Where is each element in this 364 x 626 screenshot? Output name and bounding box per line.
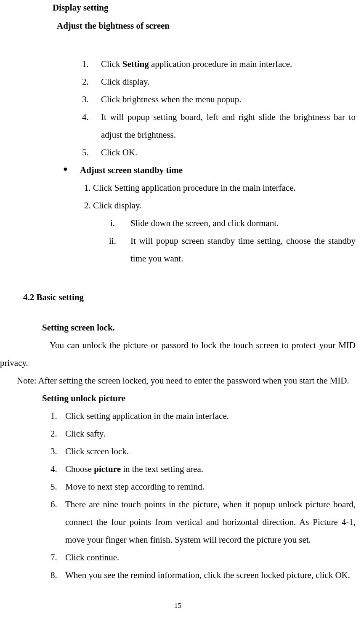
unlock-step-1: 1. Click setting application in the main… — [34, 407, 356, 425]
roman-step-ii: ii. It will popup screen standby time se… — [95, 232, 356, 267]
heading-display-setting: Display setting — [53, 0, 356, 16]
roman-number: i. — [95, 214, 130, 232]
text-post: application procedure in main interface. — [149, 59, 292, 69]
unlock-step-6: 6. There are nine touch points in the pi… — [34, 495, 356, 549]
step-text: Click OK. — [101, 144, 356, 161]
step-text: Click setting application in the main in… — [65, 407, 356, 425]
sub-step-2: 2. Click display. — [84, 197, 356, 214]
text-bold: picture — [94, 464, 121, 474]
paragraph-note: Note: After setting the screen locked, y… — [0, 372, 356, 389]
step-number: 3. — [65, 91, 101, 108]
bullet-text: Adjust screen standby time — [80, 161, 183, 179]
step-number: 1. — [34, 407, 65, 425]
step-number: 8. — [34, 566, 65, 584]
step-number: 2. — [34, 425, 65, 442]
step-number: 4. — [65, 108, 101, 144]
step-4: 4. It will popup setting board, left and… — [65, 108, 356, 144]
page-content: Display setting Adjust the bightness of … — [0, 0, 364, 626]
unlock-step-2: 2. Click safty. — [34, 425, 356, 442]
step-text: Click screen lock. — [65, 442, 356, 460]
step-number: 4. — [34, 460, 65, 478]
step-3: 3. Click brightness when the menu popup. — [65, 91, 356, 108]
unlock-steps-list: 1. Click setting application in the main… — [34, 407, 356, 584]
heading-unlock-picture: Setting unlock picture — [42, 389, 356, 407]
heading-adjust-brightness: Adjust the bightness of screen — [57, 18, 356, 34]
roman-step-i: i. Slide down the screen, and click dorm… — [95, 214, 356, 232]
page-number: 15 — [0, 599, 356, 613]
text-bold: Setting — [122, 59, 149, 69]
step-text: Click continue. — [65, 549, 356, 566]
roman-text: Slide down the screen, and click dormant… — [130, 214, 356, 232]
step-number: 6. — [34, 495, 65, 549]
heading-screen-lock: Setting screen lock. — [42, 319, 356, 336]
text-pre: Click — [101, 59, 122, 69]
step-number: 7. — [34, 549, 65, 566]
step-text: Choose picture in the text setting area. — [65, 460, 356, 478]
unlock-step-4: 4. Choose picture in the text setting ar… — [34, 460, 356, 478]
step-text: When you see the remind information, cli… — [65, 566, 356, 584]
step-text: Click safty. — [65, 425, 356, 442]
step-text: Click display. — [101, 73, 356, 91]
step-5: 5. Click OK. — [65, 144, 356, 161]
unlock-step-8: 8. When you see the remind information, … — [34, 566, 356, 584]
step-text: Click brightness when the menu popup. — [101, 91, 356, 108]
step-number: 5. — [65, 144, 101, 161]
step-1: 1. Click Setting application procedure i… — [65, 55, 356, 73]
paragraph-privacy: You can unlock the picture or passord to… — [0, 336, 356, 372]
text-post: in the text setting area. — [121, 464, 203, 474]
step-number: 1. — [65, 55, 101, 73]
sub-step-1: 1. Click Setting application procedure i… — [84, 179, 356, 197]
step-number: 2. — [65, 73, 101, 91]
unlock-step-5: 5. Move to next step according to remind… — [34, 478, 356, 495]
step-text: Move to next step according to remind. — [65, 478, 356, 495]
brightness-steps-list: 1. Click Setting application procedure i… — [65, 55, 356, 161]
step-text: There are nine touch points in the pictu… — [65, 495, 356, 549]
step-number: 3. — [34, 442, 65, 460]
roman-number: ii. — [95, 232, 130, 267]
text-pre: Choose — [65, 464, 94, 474]
heading-basic-setting: 4.2 Basic setting — [23, 288, 356, 306]
step-2: 2. Click display. — [65, 73, 356, 91]
unlock-step-7: 7. Click continue. — [34, 549, 356, 566]
roman-steps-list: i. Slide down the screen, and click dorm… — [95, 214, 356, 267]
bullet-adjust-standby: ● Adjust screen standby time — [63, 161, 356, 179]
roman-text: It will popup screen standby time settin… — [130, 232, 356, 267]
bullet-icon: ● — [63, 161, 80, 179]
step-text: Click Setting application procedure in m… — [101, 55, 356, 73]
step-number: 5. — [34, 478, 65, 495]
unlock-step-3: 3. Click screen lock. — [34, 442, 356, 460]
step-text: It will popup setting board, left and ri… — [101, 108, 356, 144]
